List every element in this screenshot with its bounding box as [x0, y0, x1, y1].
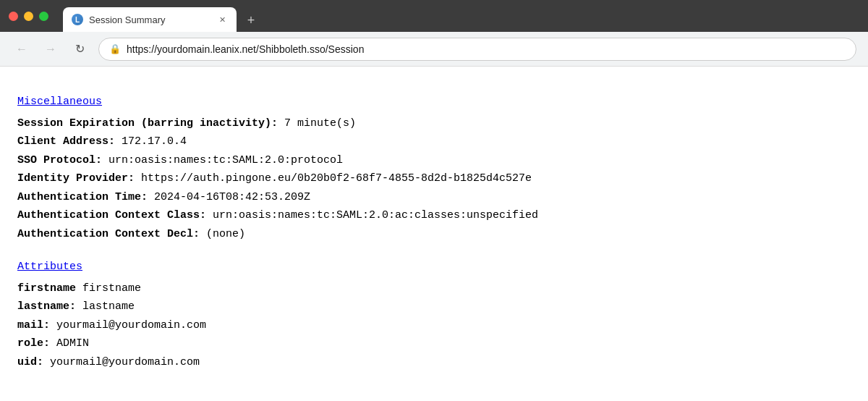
attributes-section: Attributes	[17, 258, 851, 279]
field-sso-protocol: SSO Protocol: urn:oasis:names:tc:SAML:2.…	[17, 151, 851, 170]
field-value-auth-context-class: urn:oasis:names:tc:SAML:2.0:ac:classes:u…	[206, 209, 538, 221]
field-auth-context-decl: Authentication Context Decl: (none)	[17, 225, 851, 244]
field-value-identity-provider: https://auth.pingone.eu/0b20b0f2-68f7-48…	[135, 172, 532, 185]
attr-role: role: ADMIN	[17, 334, 851, 353]
field-label-auth-time: Authentication Time:	[17, 191, 148, 203]
reload-button[interactable]: ↻	[69, 39, 90, 59]
field-auth-time: Authentication Time: 2024-04-16T08:42:53…	[17, 188, 851, 207]
lock-icon: 🔒	[109, 43, 121, 54]
attr-label-firstname: firstname	[17, 282, 76, 295]
field-value-sso-protocol: urn:oasis:names:tc:SAML:2.0:protocol	[102, 154, 343, 166]
traffic-lights	[9, 12, 48, 21]
field-label-auth-context-decl: Authentication Context Decl:	[17, 228, 200, 240]
field-label-client-address: Client Address:	[17, 135, 115, 148]
forward-button[interactable]: →	[41, 39, 61, 59]
attr-firstname: firstname firstname	[17, 279, 851, 298]
tab-favicon: L	[72, 14, 83, 25]
tab-close-button[interactable]: ✕	[216, 14, 228, 25]
attr-label-lastname: lastname:	[17, 300, 76, 313]
address-bar[interactable]: 🔒 https://yourdomain.leanix.net/Shibbole…	[98, 38, 856, 61]
field-value-auth-time: 2024-04-16T08:42:53.209Z	[148, 191, 310, 203]
field-label-session-expiration: Session Expiration (barring inactivity):	[17, 117, 278, 130]
field-label-sso-protocol: SSO Protocol:	[17, 154, 102, 166]
field-client-address: Client Address: 172.17.0.4	[17, 132, 851, 151]
attr-value-mail: yourmail@yourdomain.com	[50, 319, 206, 332]
url-text: https://yourdomain.leanix.net/Shibboleth…	[127, 43, 364, 55]
field-value-client-address: 172.17.0.4	[115, 135, 187, 148]
field-identity-provider: Identity Provider: https://auth.pingone.…	[17, 169, 851, 188]
attr-value-firstname: firstname	[76, 282, 141, 295]
field-label-auth-context-class: Authentication Context Class:	[17, 209, 206, 221]
field-label-identity-provider: Identity Provider:	[17, 172, 135, 185]
attr-mail: mail: yourmail@yourdomain.com	[17, 316, 851, 335]
attr-value-role: ADMIN	[50, 337, 89, 350]
new-tab-button[interactable]: +	[239, 9, 263, 32]
field-value-auth-context-decl: (none)	[200, 228, 245, 240]
minimize-button[interactable]	[24, 12, 33, 21]
nav-bar: ← → ↻ 🔒 https://yourdomain.leanix.net/Sh…	[0, 32, 868, 67]
attr-uid: uid: yourmail@yourdomain.com	[17, 353, 851, 372]
field-value-session-expiration: 7 minute(s)	[278, 117, 356, 130]
active-tab[interactable]: L Session Summary ✕	[63, 7, 237, 32]
title-bar: L Session Summary ✕ +	[0, 0, 868, 32]
field-session-expiration: Session Expiration (barring inactivity):…	[17, 114, 851, 133]
tab-bar: L Session Summary ✕ +	[63, 0, 263, 32]
back-button[interactable]: ←	[12, 39, 32, 59]
miscellaneous-section: Miscellaneous	[17, 93, 851, 114]
page-content: Miscellaneous Session Expiration (barrin…	[0, 67, 868, 401]
close-button[interactable]	[9, 12, 18, 21]
attr-label-role: role:	[17, 337, 50, 350]
attr-value-lastname: lastname	[76, 300, 135, 313]
attr-label-mail: mail:	[17, 319, 50, 332]
attr-value-uid: yourmail@yourdomain.com	[43, 356, 200, 368]
miscellaneous-link[interactable]: Miscellaneous	[17, 93, 102, 111]
tab-title: Session Summary	[89, 14, 210, 25]
attr-label-uid: uid:	[17, 356, 43, 368]
maximize-button[interactable]	[39, 12, 48, 21]
attributes-link[interactable]: Attributes	[17, 258, 82, 277]
attr-lastname: lastname: lastname	[17, 297, 851, 316]
field-auth-context-class: Authentication Context Class: urn:oasis:…	[17, 206, 851, 225]
